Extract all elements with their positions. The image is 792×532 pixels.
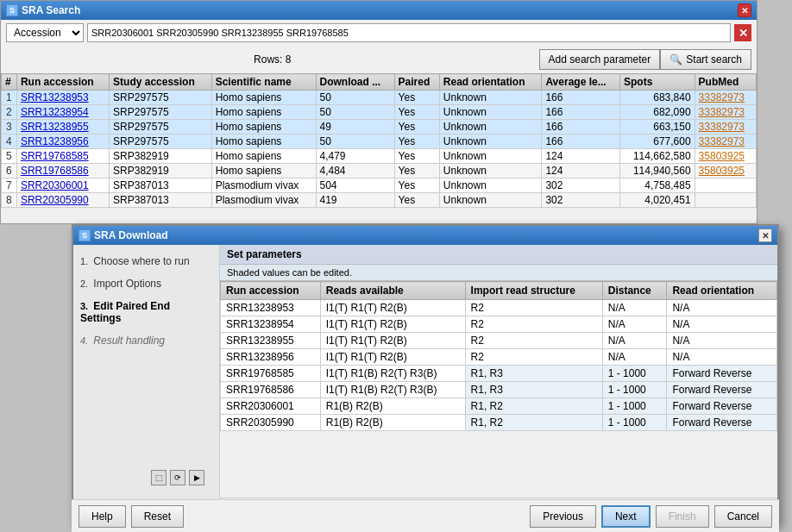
pcell-structure[interactable]: R2 — [465, 316, 602, 333]
cancel-button[interactable]: Cancel — [714, 505, 772, 528]
sidebar-icon-2[interactable]: ⟳ — [170, 470, 185, 485]
cell-run[interactable]: SRR13238956 — [16, 135, 109, 149]
sidebar-step-4[interactable]: 4. Result handling — [80, 335, 212, 347]
params-row[interactable]: SRR20305990 R1(B) R2(B) R1, R2 1 - 1000 … — [221, 415, 777, 431]
cell-pubmed[interactable]: 35803925 — [695, 149, 756, 164]
cell-pubmed[interactable]: 33382973 — [695, 120, 756, 135]
cell-pubmed[interactable]: 33382973 — [695, 105, 756, 120]
search-input[interactable] — [87, 23, 731, 42]
cell-download: 50 — [316, 91, 394, 105]
pcell-orientation[interactable]: N/A — [667, 316, 777, 333]
main-title-bar: S SRA Search ✕ — [1, 1, 757, 20]
previous-button[interactable]: Previous — [530, 505, 596, 528]
pcell-orientation[interactable]: N/A — [667, 333, 777, 349]
cell-num: 7 — [2, 178, 17, 193]
sidebar-icons: ⬚ ⟳ ▶ — [151, 470, 204, 485]
sidebar-step-1[interactable]: 1. Choose where to run — [80, 255, 212, 267]
params-scroll[interactable]: Run accession Reads available Import rea… — [220, 281, 777, 498]
params-row[interactable]: SRR13238956 I1(T) R1(T) R2(B) R2 N/A N/A — [221, 349, 777, 366]
help-button[interactable]: Help — [79, 505, 126, 528]
next-button[interactable]: Next — [601, 505, 651, 528]
cell-pubmed[interactable]: 35803925 — [695, 164, 756, 178]
cell-run[interactable]: SRR20306001 — [16, 178, 109, 193]
pcell-orientation[interactable]: Forward Reverse — [667, 366, 777, 382]
accession-select[interactable]: Accession — [6, 23, 84, 42]
sidebar-icon-3[interactable]: ▶ — [189, 470, 204, 485]
pcell-structure[interactable]: R2 — [465, 349, 602, 366]
pcell-distance[interactable]: 1 - 1000 — [602, 366, 667, 382]
sidebar-step-3[interactable]: 3. Edit Paired End Settings — [80, 300, 212, 324]
cell-run[interactable]: SRR13238954 — [16, 105, 109, 120]
sidebar-step-2[interactable]: 2. Import Options — [80, 278, 212, 290]
cell-avglen: 302 — [542, 193, 620, 208]
sidebar-icon-1[interactable]: ⬚ — [151, 470, 167, 485]
pcell-structure[interactable]: R1, R2 — [465, 398, 602, 415]
cell-scientific: Plasmodium vivax — [211, 193, 316, 208]
cell-run[interactable]: SRR13238955 — [16, 120, 109, 135]
pcell-distance[interactable]: 1 - 1000 — [602, 415, 667, 431]
params-row[interactable]: SRR13238955 I1(T) R1(T) R2(B) R2 N/A N/A — [221, 333, 777, 349]
params-row[interactable]: SRR20306001 R1(B) R2(B) R1, R2 1 - 1000 … — [221, 398, 777, 415]
table-row[interactable]: 6 SRR19768586 SRP382919 Homo sapiens 4,4… — [2, 164, 757, 178]
cell-orientation: Unknown — [439, 164, 542, 178]
cell-pubmed[interactable] — [695, 193, 756, 208]
pcell-distance[interactable]: N/A — [602, 349, 667, 366]
pcell-structure[interactable]: R1, R3 — [465, 382, 602, 398]
params-row[interactable]: SRR13238953 I1(T) R1(T) R2(B) R2 N/A N/A — [221, 300, 777, 316]
params-row[interactable]: SRR19768586 I1(T) R1(B) R2(T) R3(B) R1, … — [221, 382, 777, 398]
pcell-structure[interactable]: R2 — [465, 333, 602, 349]
cell-num: 3 — [2, 120, 17, 135]
pcell-structure[interactable]: R1, R2 — [465, 415, 602, 431]
pcell-orientation[interactable]: N/A — [667, 349, 777, 366]
cell-pubmed[interactable]: 33382973 — [695, 135, 756, 149]
reset-button[interactable]: Reset — [131, 505, 184, 528]
cell-run[interactable]: SRR19768586 — [16, 164, 109, 178]
cell-paired: Yes — [394, 120, 439, 135]
pcell-orientation[interactable]: N/A — [667, 300, 777, 316]
table-row[interactable]: 8 SRR20305990 SRP387013 Plasmodium vivax… — [2, 193, 757, 208]
cell-spots: 677,600 — [620, 135, 695, 149]
pcell-orientation[interactable]: Forward Reverse — [667, 415, 777, 431]
cell-download: 504 — [316, 178, 394, 193]
table-row[interactable]: 4 SRR13238956 SRP297575 Homo sapiens 50 … — [2, 135, 757, 149]
col-num: # — [2, 74, 17, 91]
cell-num: 6 — [2, 164, 17, 178]
cell-paired: Yes — [394, 164, 439, 178]
main-close-button[interactable]: ✕ — [738, 3, 751, 17]
pcell-structure[interactable]: R2 — [465, 300, 602, 316]
start-search-button[interactable]: 🔍 Start search — [660, 49, 751, 70]
cell-orientation: Unknown — [439, 105, 542, 120]
table-row[interactable]: 2 SRR13238954 SRP297575 Homo sapiens 50 … — [2, 105, 757, 120]
table-row[interactable]: 7 SRR20306001 SRP387013 Plasmodium vivax… — [2, 178, 757, 193]
params-row[interactable]: SRR13238954 I1(T) R1(T) R2(B) R2 N/A N/A — [221, 316, 777, 333]
cell-run[interactable]: SRR13238953 — [16, 91, 109, 105]
pcell-distance[interactable]: N/A — [602, 333, 667, 349]
cell-avglen: 124 — [542, 149, 620, 164]
cell-pubmed[interactable] — [695, 178, 756, 193]
cell-run[interactable]: SRR19768585 — [16, 149, 109, 164]
pcell-distance[interactable]: N/A — [602, 300, 667, 316]
pcell-distance[interactable]: N/A — [602, 316, 667, 333]
pcell-orientation[interactable]: Forward Reverse — [667, 398, 777, 415]
col-paired: Paired — [394, 74, 439, 91]
col-scientific: Scientific name — [211, 74, 316, 91]
cell-orientation: Unknown — [439, 149, 542, 164]
cell-run[interactable]: SRR20305990 — [16, 193, 109, 208]
pcell-distance[interactable]: 1 - 1000 — [602, 382, 667, 398]
add-param-button[interactable]: Add search parameter — [539, 49, 661, 70]
pcell-distance[interactable]: 1 - 1000 — [602, 398, 667, 415]
params-row[interactable]: SRR19768585 I1(T) R1(B) R2(T) R3(B) R1, … — [221, 366, 777, 382]
cell-pubmed[interactable]: 33382973 — [695, 91, 756, 105]
finish-button[interactable]: Finish — [656, 505, 709, 528]
pcell-reads: I1(T) R1(B) R2(T) R3(B) — [320, 382, 465, 398]
table-row[interactable]: 3 SRR13238955 SRP297575 Homo sapiens 49 … — [2, 120, 757, 135]
pcell-structure[interactable]: R1, R3 — [465, 366, 602, 382]
pcell-reads: I1(T) R1(T) R2(B) — [320, 333, 465, 349]
pcol-orientation: Read orientation — [667, 282, 777, 300]
pcell-orientation[interactable]: Forward Reverse — [667, 382, 777, 398]
dialog-close-button[interactable]: ✕ — [758, 228, 772, 242]
table-row[interactable]: 5 SRR19768585 SRP382919 Homo sapiens 4,4… — [2, 149, 757, 164]
clear-search-button[interactable]: ✕ — [734, 24, 751, 41]
table-row[interactable]: 1 SRR13238953 SRP297575 Homo sapiens 50 … — [2, 91, 757, 105]
col-orientation: Read orientation — [439, 74, 542, 91]
